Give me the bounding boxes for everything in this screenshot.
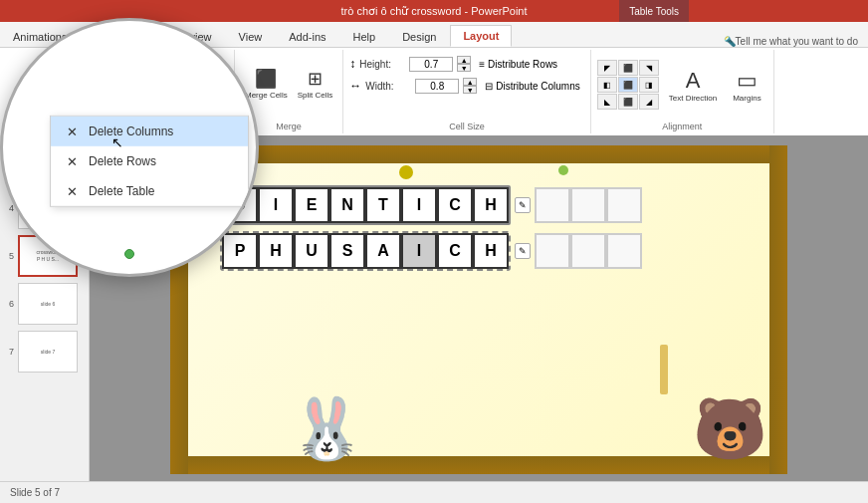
cell-extra-4 [535,233,570,269]
thumb-item-6[interactable]: 6 slide 6 [4,283,85,325]
table-tools-label: Table Tools [619,0,689,22]
height-decrement[interactable]: ▼ [457,64,471,72]
margins-icon: ▭ [737,68,758,94]
height-increment[interactable]: ▲ [457,56,471,64]
width-row: ↔ Width: ▲ ▼ ⊟ Distribute Columns [349,78,583,94]
magnifier-overlay: ✕ Delete Columns ✕ Delete Rows ✕ Delete … [0,18,259,277]
cell-c2: C [437,233,473,269]
distribute-rows-icon: ≡ [479,59,485,70]
cell-margins-button[interactable]: ▭ Margins [727,64,766,107]
alignment-icons: ◤ ⬛ ◥ ◧ ⬛ ◨ ◣ ⬛ ◢ [597,60,659,110]
cursor-magnified: ↖ [111,134,123,150]
height-label: Height: [359,59,405,70]
tab-design[interactable]: Design [389,25,449,47]
align-bot-left-button[interactable]: ◣ [597,94,617,110]
cell-i2: I [401,187,437,223]
width-input[interactable] [415,79,459,94]
yellow-ball-top [399,165,413,179]
ribbon-search-area[interactable]: 🔦 Tell me what you want to do [724,36,868,47]
delete-columns-item[interactable]: ✕ Delete Columns [51,117,248,146]
cell-extra-2 [570,187,606,223]
width-increment[interactable]: ▲ [463,78,477,86]
thumb-item-7[interactable]: 7 slide 7 [4,331,85,373]
green-ball-top [558,165,568,175]
height-input[interactable] [409,57,453,72]
split-cells-button[interactable]: ⊞ Split Cells [294,66,337,103]
row2-edit-icon[interactable]: ✎ [515,243,531,259]
cell-extra-5 [570,233,606,269]
cell-h: H [258,233,294,269]
group-alignment-label: Alignment [591,122,773,131]
crossword-row-2: P H U S A I C H ✎ [220,231,642,271]
tab-addins[interactable]: Add-ins [276,25,338,47]
status-text: Slide 5 of 7 [10,487,60,498]
title-text: trò chơi ô chữ crossword - PowerPoint [340,5,527,18]
cell-extra-6 [606,233,642,269]
context-menu: ✕ Delete Columns ✕ Delete Rows ✕ Delete … [50,116,249,207]
text-direction-button[interactable]: A Text Direction [663,64,723,107]
split-cells-icon: ⊞ [308,69,323,91]
tab-help[interactable]: Help [340,25,389,47]
delete-table-item[interactable]: ✕ Delete Table [51,176,248,206]
align-top-left-button[interactable]: ◤ [597,60,617,76]
wooden-frame-right [769,145,787,474]
crossword-area: D I E N T I C H ✎ [220,185,642,271]
align-top-center-button[interactable]: ⬛ [618,60,638,76]
height-icon: ↕ [349,57,355,71]
cell-extra-3 [606,187,642,223]
stick-right [660,345,668,394]
status-bar: Slide 5 of 7 [0,481,868,503]
cell-u: U [294,233,329,269]
cell-i3: I [401,233,437,269]
cell-c1: C [437,187,473,223]
cell-extra-1 [535,187,570,223]
delete-columns-icon: ✕ [63,123,81,140]
merge-cells-icon: ⬛ [255,69,277,91]
magnifier-dot [124,249,134,259]
align-mid-right-button[interactable]: ◨ [639,77,659,93]
height-spinner[interactable]: ▲ ▼ [457,56,471,72]
height-row: ↕ Height: ▲ ▼ ≡ Distribute Rows [349,56,561,72]
distribute-columns-icon: ⊟ [485,81,493,92]
delete-rows-icon: ✕ [63,152,81,170]
cell-h2: H [473,233,509,269]
group-cellsize-label: Cell Size [343,122,589,131]
distribute-rows-button[interactable]: ≡ Distribute Rows [475,57,561,72]
text-direction-icon: A [686,68,701,94]
width-label: Width: [365,81,411,92]
align-bot-center-button[interactable]: ⬛ [618,94,638,110]
magnifier-content: ✕ Delete Columns ✕ Delete Rows ✕ Delete … [3,21,256,274]
crossword-row-1: D I E N T I C H ✎ [220,185,642,225]
cell-h1: H [473,187,509,223]
width-spinner[interactable]: ▲ ▼ [463,78,477,94]
bear-decoration: 🐻 [693,393,767,464]
cell-i1: I [258,187,294,223]
group-cell-size: ↕ Height: ▲ ▼ ≡ Distribute Rows ↔ Width:… [343,50,590,133]
row1-extra [535,187,642,223]
delete-rows-item[interactable]: ✕ Delete Rows [51,146,248,176]
row1-cells: D I E N T I C H [220,185,511,225]
wooden-frame-top [170,145,787,163]
align-top-right-button[interactable]: ◥ [639,60,659,76]
align-bot-right-button[interactable]: ◢ [639,94,659,110]
slide-canvas: D I E N T I C H ✎ [170,145,787,474]
width-icon: ↔ [349,79,361,93]
bunny-decoration: 🐰 [290,393,364,464]
distribute-columns-button[interactable]: ⊟ Distribute Columns [481,79,583,94]
delete-table-icon: ✕ [63,182,81,200]
cell-t: T [365,187,401,223]
cell-e: E [294,187,329,223]
row2-extra [535,233,642,269]
group-alignment: ◤ ⬛ ◥ ◧ ⬛ ◨ ◣ ⬛ ◢ A Text Direction ▭ Mar… [591,50,774,133]
thumb-img-7: slide 7 [18,331,78,373]
tab-layout[interactable]: Layout [450,25,512,47]
width-decrement[interactable]: ▼ [463,86,477,94]
cell-a: A [365,233,401,269]
row1-edit-icon[interactable]: ✎ [515,197,531,213]
cell-s: S [329,233,365,269]
thumb-img-6: slide 6 [18,283,78,325]
align-mid-left-button[interactable]: ◧ [597,77,617,93]
row2-cells: P H U S A I C H [220,231,511,271]
align-mid-center-button[interactable]: ⬛ [618,77,638,93]
cell-n: N [329,187,365,223]
